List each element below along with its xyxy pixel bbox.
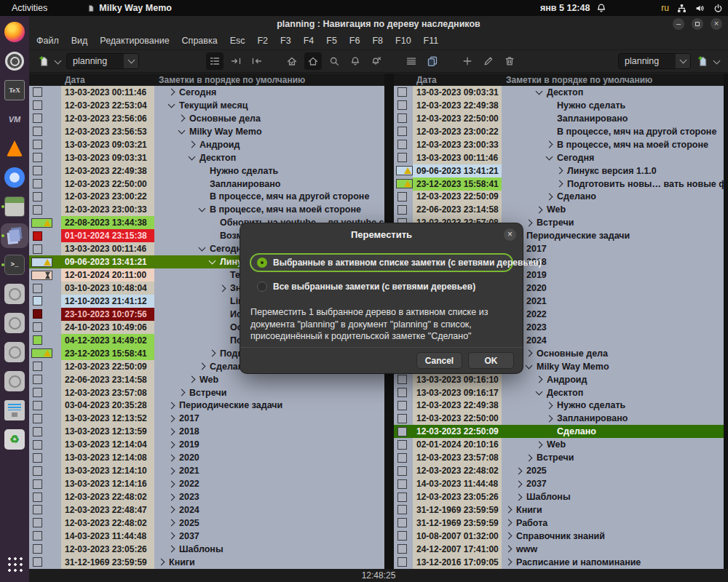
row-checkbox[interactable] — [33, 493, 42, 502]
row-checkbox[interactable] — [33, 87, 42, 97]
table-row[interactable]: 12-03-2023 22:50:00Запланировано — [29, 178, 384, 191]
note-label[interactable]: Milky Way Memo — [537, 362, 609, 372]
note-label[interactable]: Нужно сделать — [557, 100, 625, 111]
row-checkbox[interactable] — [33, 166, 42, 175]
expand-icon[interactable] — [546, 194, 553, 201]
collapse-icon[interactable] — [199, 205, 206, 212]
note-label[interactable]: Сегодня — [557, 153, 594, 163]
note-label[interactable]: Текущий месяц — [179, 100, 248, 111]
expand-icon[interactable] — [505, 506, 513, 514]
note-label[interactable]: Периодические задачи — [526, 231, 630, 241]
row-checkbox[interactable] — [33, 284, 42, 293]
dock-item-disk-1[interactable] — [1, 282, 28, 306]
row-checkbox[interactable] — [33, 453, 42, 463]
notes-column-header[interactable]: Заметки в порядке по умолчанию — [154, 75, 305, 85]
dock-item-show-apps[interactable] — [1, 551, 28, 576]
table-row[interactable]: 24-12-2007 17:41:00www — [394, 543, 724, 556]
expand-icon[interactable] — [546, 141, 553, 148]
note-label[interactable]: Web — [547, 204, 566, 215]
table-row[interactable]: 10-08-2007 01:32:00Справочник знаний — [394, 530, 724, 543]
expand-icon[interactable] — [505, 546, 513, 553]
row-checkbox[interactable] — [397, 427, 407, 436]
toolbar-collapse-right-button[interactable] — [227, 52, 245, 70]
table-row[interactable]: 12-03-2023 22:50:00Запланировано — [394, 112, 724, 125]
row-checkbox[interactable] — [33, 127, 42, 136]
activities-button[interactable]: Activities — [7, 3, 52, 13]
dock-item-disk-2[interactable] — [1, 311, 28, 335]
expand-icon[interactable] — [526, 454, 533, 461]
dock-item-disk-4[interactable] — [1, 369, 28, 394]
expand-icon[interactable] — [515, 467, 523, 474]
note-label[interactable]: Сделано — [557, 191, 596, 202]
row-checkbox[interactable] — [397, 113, 407, 123]
row-checkbox[interactable] — [397, 479, 407, 489]
row-checkbox[interactable] — [397, 127, 407, 136]
toolbar-bell-button[interactable] — [347, 52, 364, 70]
row-checkbox[interactable] — [397, 375, 407, 384]
table-row[interactable]: 13-03-2023 09:03:31Десктоп — [29, 151, 384, 164]
row-checkbox[interactable] — [33, 427, 42, 436]
note-label[interactable]: Основные дела — [189, 113, 261, 124]
toolbar-delete-button[interactable] — [501, 52, 518, 70]
row-checkbox[interactable] — [397, 87, 407, 97]
row-checkbox[interactable] — [33, 309, 42, 319]
expand-icon[interactable] — [168, 519, 175, 527]
note-label[interactable]: 2022 — [526, 309, 547, 319]
row-checkbox[interactable] — [33, 322, 42, 332]
keyboard-layout-indicator[interactable]: ru — [661, 3, 669, 13]
table-row[interactable]: 14-03-2023 11:44:482037 — [394, 477, 724, 490]
table-row[interactable]: 12-03-2023 22:48:022025 — [29, 517, 384, 530]
right-document-dropdown-button[interactable] — [676, 54, 690, 68]
table-row[interactable]: 09-06-2023 13:41:21Линукс версия 1.1.0 — [394, 164, 724, 178]
table-row[interactable]: 12-03-2023 23:00:33В процессе, мяч на мо… — [29, 203, 384, 216]
row-checkbox[interactable] — [33, 113, 42, 123]
note-label[interactable]: Шаблоны — [179, 544, 223, 554]
note-label[interactable]: 2019 — [179, 439, 199, 450]
expand-icon[interactable] — [546, 415, 553, 422]
dock-item-firefox[interactable] — [1, 20, 28, 44]
dock-item-settings[interactable] — [1, 49, 28, 73]
table-row[interactable]: 12-03-2023 22:48:022023 — [29, 490, 384, 503]
row-checkbox[interactable] — [397, 518, 407, 527]
row-checkbox[interactable] — [33, 518, 42, 527]
table-row[interactable]: 12-03-2023 22:48:022025 — [394, 464, 724, 477]
note-label[interactable]: Андроид — [199, 140, 240, 150]
collapse-icon[interactable] — [546, 153, 553, 160]
row-checkbox[interactable] — [397, 414, 407, 423]
expand-icon[interactable] — [556, 167, 563, 175]
menu-item-редактирование[interactable]: Редактирование — [100, 36, 169, 46]
expand-icon[interactable] — [168, 546, 175, 553]
expand-icon[interactable] — [168, 467, 175, 474]
note-label[interactable]: Линукс версия 1.1.0 — [567, 166, 657, 176]
note-label[interactable]: 2025 — [526, 466, 547, 476]
table-row[interactable]: 12-03-2023 23:00:33В процессе, мяч на мо… — [394, 138, 724, 151]
note-label[interactable]: 2017 — [526, 244, 547, 254]
collapse-icon[interactable] — [189, 153, 196, 160]
row-checkbox[interactable] — [397, 100, 407, 110]
note-label[interactable]: 2024 — [179, 505, 199, 515]
right-document-select[interactable]: planning — [618, 53, 691, 69]
table-row[interactable]: 12-03-2023 22:48:472024 — [29, 503, 384, 517]
row-checkbox[interactable] — [33, 388, 42, 397]
toolbar-home-button[interactable] — [304, 52, 322, 70]
table-row[interactable]: 12-03-2023 23:00:22В процессе, мяч на др… — [394, 125, 724, 138]
table-row[interactable]: 12-03-2023 23:56:06Основные дела — [29, 112, 384, 125]
dock-item-terminal[interactable]: >_ — [1, 252, 28, 277]
date-column-header[interactable]: Дата — [61, 75, 154, 85]
table-row[interactable]: 13-03-2023 12:14:162022 — [29, 477, 384, 490]
table-row[interactable]: 13-03-2023 12:13:522017 — [29, 412, 384, 425]
note-label[interactable]: 2019 — [526, 270, 547, 280]
dock-item-chromium[interactable] — [1, 165, 28, 190]
table-row[interactable]: 31-12-1969 23:59:59Книги — [394, 503, 724, 517]
row-checkbox[interactable] — [397, 440, 407, 450]
table-row[interactable]: 12-03-2023 22:50:09Сделано — [394, 191, 724, 204]
expand-icon[interactable] — [168, 89, 175, 96]
menu-item-f10[interactable]: F10 — [395, 36, 411, 46]
row-checkbox[interactable] — [33, 414, 42, 423]
expand-icon[interactable] — [505, 519, 513, 527]
table-row[interactable]: 13-03-2023 12:14:042019 — [29, 438, 384, 451]
note-label[interactable]: 2025 — [179, 518, 199, 528]
note-label[interactable]: Десктоп — [547, 388, 583, 398]
row-checkbox[interactable] — [397, 493, 407, 502]
note-label[interactable]: 2018 — [179, 426, 199, 436]
